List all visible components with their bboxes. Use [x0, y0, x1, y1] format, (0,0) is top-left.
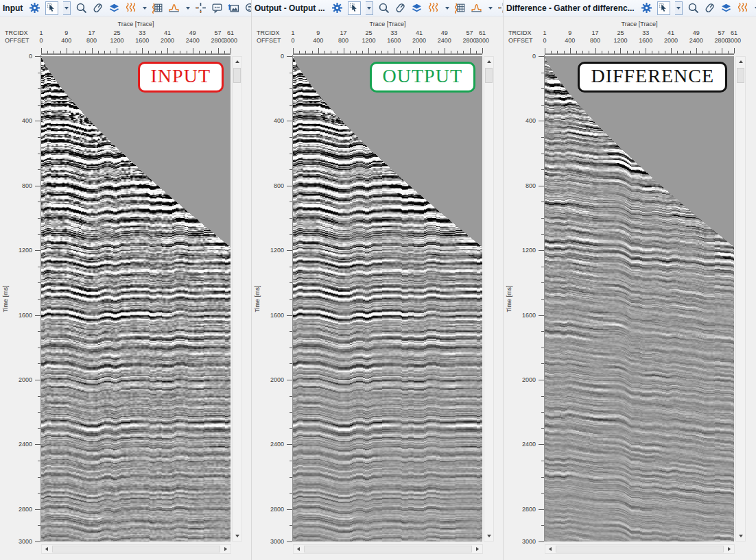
crosshair-picker-icon[interactable]: [497, 1, 504, 15]
trace-ruler-tick: [362, 51, 363, 53]
trace-ruler-tick: [652, 51, 652, 53]
pointer-tool-icon[interactable]: [348, 1, 361, 15]
left-arrow-icon: [549, 547, 552, 551]
horizontal-scroll-thumb[interactable]: [52, 546, 220, 552]
trcidx-value: 61: [479, 29, 486, 36]
trace-ruler-tick: [117, 48, 117, 53]
wiggle-display-dropdown-icon[interactable]: [444, 1, 449, 15]
pointer-tool-icon[interactable]: [657, 1, 670, 15]
trace-ruler-tick: [438, 51, 439, 53]
seismic-canvas[interactable]: [545, 56, 734, 541]
amplitude-histogram-icon[interactable]: [168, 1, 180, 15]
pointer-tool-dropdown-icon[interactable]: [366, 1, 373, 15]
crosshair-picker-icon[interactable]: [195, 1, 206, 15]
pointer-tool-dropdown-icon[interactable]: [675, 1, 683, 15]
scroll-right-button[interactable]: [473, 545, 482, 553]
wiggle-display-dropdown-icon[interactable]: [753, 1, 756, 15]
horizontal-scroll-thumb[interactable]: [304, 546, 472, 552]
vertical-scroll-thumb[interactable]: [737, 68, 744, 83]
scroll-left-button[interactable]: [42, 545, 51, 553]
trace-ruler-tick: [671, 48, 672, 53]
amplitude-histogram-dropdown-icon[interactable]: [487, 1, 493, 15]
scroll-left-button[interactable]: [545, 545, 555, 553]
vertical-scroll-thumb[interactable]: [233, 68, 241, 83]
trace-ruler-tick: [614, 51, 615, 53]
trace-ruler-tick: [470, 48, 471, 53]
pointer-tool-icon[interactable]: [45, 1, 58, 15]
time-axis-tick: [38, 428, 40, 429]
trcidx-value: 9: [568, 29, 571, 36]
trace-ruler-tick: [709, 51, 709, 53]
horizontal-scrollbar[interactable]: [293, 544, 483, 554]
seismic-canvas[interactable]: [293, 56, 482, 541]
wiggle-display-icon[interactable]: [125, 1, 137, 15]
scroll-down-button[interactable]: [484, 531, 493, 541]
seismic-view[interactable]: INPUT: [41, 56, 231, 541]
comment-icon[interactable]: [211, 1, 223, 15]
layers-icon[interactable]: [720, 1, 732, 15]
horizontal-scroll-thumb[interactable]: [556, 546, 724, 552]
trace-table-icon[interactable]: [454, 1, 466, 15]
trcidx-value: 41: [668, 29, 674, 36]
panel-toolbar: Output - Output ... »: [252, 0, 503, 16]
scroll-up-button[interactable]: [736, 57, 745, 66]
scroll-down-button[interactable]: [736, 531, 745, 541]
time-axis-tick: [35, 186, 40, 186]
amplitude-histogram-dropdown-icon[interactable]: [185, 1, 190, 15]
settings-gear-icon[interactable]: [641, 1, 652, 15]
left-arrow-icon: [297, 547, 300, 551]
trace-ruler-tick: [451, 51, 451, 53]
scroll-right-button[interactable]: [221, 545, 231, 553]
vertical-scrollbar[interactable]: [735, 56, 746, 541]
zoom-magnifier-icon[interactable]: [378, 1, 390, 15]
trace-ruler-tick: [299, 51, 300, 53]
trace-ruler-tick: [476, 51, 477, 53]
zoom-magnifier-icon[interactable]: [687, 1, 699, 15]
time-axis-tick: [539, 541, 544, 542]
zoom-annotate-icon[interactable]: [244, 1, 252, 15]
amplitude-histogram-icon[interactable]: [471, 1, 482, 15]
settings-gear-icon[interactable]: [29, 1, 40, 15]
time-tick-value: 0: [281, 53, 284, 60]
zoom-magnifier-icon[interactable]: [75, 1, 87, 15]
up-arrow-icon: [487, 60, 491, 63]
scroll-left-button[interactable]: [294, 545, 303, 553]
time-axis-tick: [290, 525, 292, 526]
trace-ruler-tick: [41, 48, 42, 53]
layers-icon[interactable]: [108, 1, 120, 15]
time-axis-tick: [287, 56, 292, 57]
trcidx-value: 1: [39, 29, 43, 36]
settings-gear-icon[interactable]: [331, 1, 343, 15]
seismic-canvas[interactable]: [41, 56, 231, 541]
scroll-up-button[interactable]: [233, 57, 241, 66]
horizontal-scrollbar[interactable]: [545, 544, 735, 554]
scroll-right-button[interactable]: [724, 545, 734, 553]
time-axis-tick: [38, 412, 40, 413]
seismic-view[interactable]: OUTPUT: [293, 56, 482, 541]
offset-value: 1200: [613, 37, 627, 44]
time-axis-tick: [38, 267, 40, 267]
trcidx-value: 17: [340, 29, 347, 36]
layers-icon[interactable]: [411, 1, 423, 15]
export-image-icon[interactable]: [228, 1, 239, 15]
vertical-scroll-thumb[interactable]: [485, 68, 493, 83]
wiggle-display-dropdown-icon[interactable]: [141, 1, 147, 15]
mouse-mode-icon[interactable]: [394, 1, 406, 15]
scroll-down-button[interactable]: [233, 531, 241, 541]
mouse-mode-icon[interactable]: [92, 1, 104, 15]
vertical-scrollbar[interactable]: [484, 56, 494, 541]
wiggle-display-icon[interactable]: [427, 1, 439, 15]
horizontal-scrollbar[interactable]: [41, 544, 231, 554]
trace-ruler-tick: [344, 48, 344, 53]
pointer-tool-dropdown-icon[interactable]: [63, 1, 71, 15]
trace-table-icon[interactable]: [152, 1, 163, 15]
seismic-view[interactable]: DIFFERENCE: [545, 56, 734, 541]
time-axis-tick: [35, 250, 40, 251]
time-axis-tick: [541, 218, 544, 219]
vertical-scrollbar[interactable]: [232, 56, 242, 541]
wiggle-display-icon[interactable]: [737, 1, 748, 15]
trcidx-value: 49: [189, 29, 196, 36]
time-axis-tick: [290, 234, 292, 235]
mouse-mode-icon[interactable]: [704, 1, 716, 15]
scroll-up-button[interactable]: [484, 57, 493, 66]
